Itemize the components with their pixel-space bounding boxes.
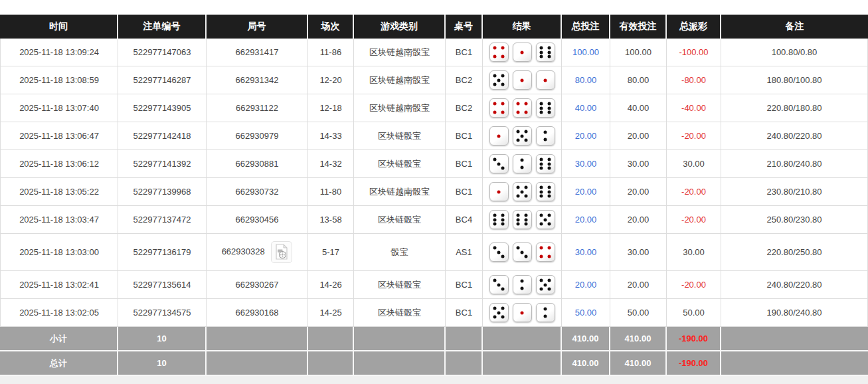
cell-time: 2025-11-18 13:06:47 [0, 122, 118, 150]
page-bottom-strip [0, 376, 868, 384]
footer-result-empty [483, 327, 562, 351]
cell-valid-bet: 20.00 [610, 178, 667, 206]
footer-label: 小计 [0, 327, 118, 351]
cell-session: 11-80 [308, 178, 354, 206]
bet-history-page: 时间注单编号局号场次游戏类别桌号结果总投注有效投注总派彩备注 2025-11-1… [0, 0, 868, 384]
cell-total-bet-link[interactable]: 20.00 [562, 206, 610, 234]
cell-game-type: 区块链骰宝 [354, 206, 446, 234]
cell-valid-bet: 20.00 [610, 122, 667, 150]
cell-round: 662930267 [207, 271, 308, 299]
die-face-4-icon [513, 98, 532, 118]
cell-valid-bet: 20.00 [610, 271, 667, 299]
cell-result [483, 234, 562, 271]
cell-remark: 210.80/240.80 [721, 150, 868, 178]
cell-bet-id: 522977143905 [118, 94, 207, 122]
cell-game-type: 区块链越南骰宝 [354, 39, 446, 66]
cell-total-bet-link[interactable]: 80.00 [562, 66, 610, 94]
cell-total-bet-link[interactable]: 20.00 [562, 178, 610, 206]
cell-game-type: 区块链骰宝 [354, 122, 446, 150]
cell-remark: 250.80/230.80 [721, 206, 868, 234]
die-face-3-icon [513, 242, 532, 262]
die-face-5-icon [513, 126, 532, 145]
cell-table-no: BC1 [446, 39, 483, 66]
cell-bet-id: 522977142418 [118, 122, 207, 150]
cell-bet-id: 522977139968 [118, 178, 207, 206]
die-face-5-icon [489, 303, 509, 322]
cell-game-type: 区块链越南骰宝 [354, 66, 446, 94]
footer-total-payout: -190.00 [667, 327, 721, 351]
cell-remark: 240.80/220.80 [721, 122, 868, 150]
die-face-4-icon [489, 98, 509, 118]
cell-total-bet-link[interactable]: 40.00 [562, 94, 610, 122]
cell-bet-id: 522977137472 [118, 206, 207, 234]
table-row: 2025-11-18 13:07:40522977143905662931122… [0, 94, 868, 122]
cell-game-type: 区块链越南骰宝 [354, 178, 446, 206]
footer-valid-bet: 410.00 [610, 327, 667, 351]
cell-table-no: BC1 [446, 271, 483, 299]
video-replay-button[interactable] [271, 241, 292, 263]
die-face-1-icon [513, 303, 532, 322]
cell-result [483, 94, 562, 122]
column-header-valid-bet: 有效投注 [610, 15, 667, 39]
die-face-1-icon [513, 43, 532, 62]
column-header-game-type: 游戏类别 [354, 15, 446, 39]
cell-total-bet-link[interactable]: 30.00 [562, 150, 610, 178]
video-file-icon [275, 244, 288, 260]
cell-total-bet-link[interactable]: 20.00 [562, 122, 610, 150]
column-header-session: 场次 [308, 15, 354, 39]
cell-remark: 230.80/210.80 [721, 178, 868, 206]
footer-count: 10 [118, 351, 207, 376]
cell-session: 5-17 [308, 234, 354, 271]
cell-valid-bet: 40.00 [610, 94, 667, 122]
column-header-round: 局号 [207, 15, 308, 39]
cell-session: 12-18 [308, 94, 354, 122]
footer-result-empty [483, 351, 562, 376]
cell-time: 2025-11-18 13:02:05 [0, 299, 118, 327]
die-face-3-icon [489, 154, 509, 173]
cell-valid-bet: 100.00 [610, 39, 667, 66]
column-header-bet-id: 注单编号 [118, 15, 207, 39]
cell-remark: 240.80/220.80 [721, 271, 868, 299]
table-row: 2025-11-18 13:03:00522977136179662930328… [0, 234, 868, 271]
cell-round: 662931342 [207, 66, 308, 94]
die-face-5-icon [536, 275, 555, 294]
cell-result [483, 122, 562, 150]
table-row: 2025-11-18 13:03:47522977137472662930456… [0, 206, 868, 234]
table-row: 2025-11-18 13:09:24522977147063662931417… [0, 39, 868, 66]
die-face-6-icon [536, 98, 555, 118]
cell-valid-bet: 80.00 [610, 66, 667, 94]
grand-total-row: 总计10410.00410.00-190.00 [0, 351, 868, 376]
cell-total-payout: 30.00 [667, 150, 721, 178]
cell-time: 2025-11-18 13:05:22 [0, 178, 118, 206]
column-header-total-payout: 总派彩 [667, 15, 721, 39]
cell-total-bet-link[interactable]: 30.00 [562, 234, 610, 271]
cell-bet-id: 522977136179 [118, 234, 207, 271]
cell-total-bet-link[interactable]: 20.00 [562, 271, 610, 299]
cell-session: 14-32 [308, 150, 354, 178]
cell-total-bet-link[interactable]: 50.00 [562, 299, 610, 327]
cell-round: 662931417 [207, 39, 308, 66]
cell-round: 662931122 [207, 94, 308, 122]
cell-total-payout: 30.00 [667, 234, 721, 271]
cell-result [483, 299, 562, 327]
cell-table-no: BC2 [446, 66, 483, 94]
cell-total-payout: 50.00 [667, 299, 721, 327]
footer-valid-bet: 410.00 [610, 351, 667, 376]
die-face-1-icon [513, 70, 532, 90]
cell-bet-id: 522977146287 [118, 66, 207, 94]
cell-session: 11-86 [308, 39, 354, 66]
die-face-4-icon [489, 43, 509, 62]
cell-game-type: 骰宝 [354, 234, 446, 271]
footer-table-empty [446, 327, 483, 351]
table-row: 2025-11-18 13:06:47522977142418662930979… [0, 122, 868, 150]
table-row: 2025-11-18 13:05:22522977139968662930732… [0, 178, 868, 206]
die-face-6-icon [536, 154, 555, 173]
cell-total-bet-link[interactable]: 100.00 [562, 39, 610, 66]
die-face-6-icon [513, 210, 532, 229]
table-row: 2025-11-18 13:02:05522977134575662930168… [0, 299, 868, 327]
table-row: 2025-11-18 13:06:12522977141392662930881… [0, 150, 868, 178]
column-header-result: 结果 [483, 15, 562, 39]
cell-table-no: BC2 [446, 94, 483, 122]
footer-label: 总计 [0, 351, 118, 376]
cell-result [483, 150, 562, 178]
